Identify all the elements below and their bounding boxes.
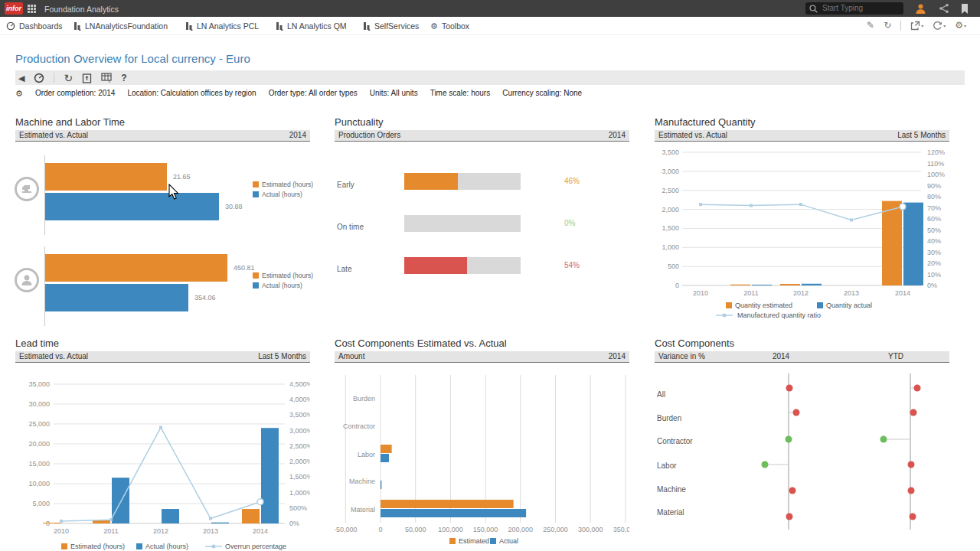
app-switcher-icon[interactable] [28,5,36,13]
line-point-2010[interactable] [60,520,63,523]
menu-item-selfservices[interactable]: SelfServices [363,17,419,35]
search-input[interactable] [822,3,899,13]
bookmark-icon[interactable] [960,3,969,15]
variance-dot-ytd-machine[interactable] [908,487,915,494]
bar-actual-2014[interactable] [903,203,923,285]
ratio-line[interactable] [61,428,260,521]
bar-actual-2014[interactable] [261,428,279,523]
variance-dot-ytd-all[interactable] [914,385,921,392]
refresh-button[interactable]: ↻ [64,73,73,83]
variance-dot-2014-burden[interactable] [793,409,800,416]
settings-menu-button[interactable]: ⚙▾ [955,20,966,31]
bar-machine-estimated[interactable] [45,163,167,191]
filter-units[interactable]: Units: All units [370,87,418,99]
chart-punctuality[interactable]: Early46%On time0%Late54% [335,142,629,329]
bar-actual-material[interactable] [381,509,526,517]
chart-cost-components-eva-svg: -50,000050,000100,000150,000200,000250,0… [335,363,629,551]
bar-actual-2012[interactable] [802,284,822,285]
search-box[interactable] [805,2,903,15]
legend-line-dot [723,314,727,318]
variance-dot-ytd-burden[interactable] [910,409,917,416]
bar-machine-actual[interactable] [45,193,219,220]
chart-manufactured-quantity[interactable]: 05001,0001,5002,0002,5003,0003,5000%10%2… [655,142,949,329]
variance-dot-2014-machine[interactable] [789,487,796,494]
axis-label: 100% [927,171,945,178]
bar-actual-machine[interactable] [381,481,381,489]
infor-logo-text: infor [6,5,21,12]
variance-dot-2014-material[interactable] [786,514,793,520]
menu-item-lnanalyticsfoundation[interactable]: LNAnalyticsFoundation [74,17,168,35]
chart-cost-components-eva[interactable]: -50,000050,000100,000150,000200,000250,0… [335,363,629,550]
axis-label: 2010 [693,289,708,297]
export-document-icon[interactable] [82,73,92,83]
variance-dot-2014-labor[interactable] [762,461,769,468]
variance-dot-ytd-material[interactable] [910,514,916,520]
filter-currency-scaling[interactable]: Currency scaling: None [502,87,582,99]
axis-label: 0 [675,282,679,289]
bar-actual-2011[interactable] [112,478,129,523]
variance-dot-ytd-contractor[interactable] [880,436,887,443]
bar-estimated-2012[interactable] [780,284,800,285]
bar-estimated-material[interactable] [381,500,514,508]
filter-time-scale[interactable]: Time scale: hours [430,87,491,99]
bar-track-late[interactable] [404,257,521,274]
filter-gear-icon[interactable]: ⚙ [15,88,23,99]
line-point-2014[interactable] [257,499,263,505]
menu-item-dashboards[interactable]: Dashboards [6,17,63,35]
filter-location[interactable]: Location: Calculation offices by region [127,87,256,99]
menu-item-toolbox[interactable]: ⚙ Toolbox [430,17,469,35]
bar-labor-actual[interactable] [45,284,188,311]
bar-actual-2011[interactable] [752,285,772,285]
bar-actual-2013[interactable] [211,523,229,523]
chart-machine-labor[interactable]: 21.6530.88Estimated (hours)Actual (hours… [15,142,310,329]
menu-item-ln-analytics-qm[interactable]: LN Analytics QM [276,17,347,35]
bar-track-early[interactable] [404,173,521,190]
menu-item-label: LN Analytics PCL [197,21,259,31]
chart-lead-time[interactable]: 05,00010,00015,00020,00025,00030,00035,0… [15,363,310,550]
help-button[interactable]: ? [121,73,126,83]
bar-actual-labor[interactable] [381,454,389,462]
bar-estimated-2010[interactable] [43,523,60,523]
caret-down-icon: ▾ [964,23,966,28]
variance-dot-ytd-labor[interactable] [908,461,915,468]
filter-order-type[interactable]: Order type: All order types [269,87,358,99]
line-point-2014[interactable] [900,204,906,210]
share-icon[interactable] [939,3,949,14]
bar-estimated-2014[interactable] [882,201,902,285]
panel-title: Cost Components [655,337,949,350]
value-label-machine-actual: 30.88 [225,203,243,210]
axis-label: 500% [289,504,307,512]
ratio-line[interactable] [701,204,903,220]
history-menu-button[interactable]: ▾ [933,21,946,31]
bar-labor-estimated[interactable] [45,254,227,282]
bar-fill-early[interactable] [404,173,458,190]
bar-estimated-labor[interactable] [381,445,392,453]
chart-cost-components-variance[interactable]: AllBurdenContractorLaborMachineMaterial [655,363,949,550]
line-point-2012[interactable] [159,426,162,429]
edit-icon[interactable]: ✎ [867,20,874,31]
bar-fill-late[interactable] [404,257,467,274]
line-point-2011[interactable] [109,518,113,521]
line-point-2013[interactable] [209,517,212,520]
line-point-2010[interactable] [699,203,702,206]
excel-export-icon[interactable]: x [101,73,112,83]
gauge-home-icon[interactable] [34,73,44,83]
line-point-2012[interactable] [799,203,802,206]
back-button[interactable]: ◀ [18,73,24,83]
bar-actual-2012[interactable] [162,509,179,523]
infor-logo[interactable]: infor [5,2,23,15]
axis-label: 4,500% [289,380,310,388]
variance-dot-2014-contractor[interactable] [786,436,792,443]
line-point-2011[interactable] [750,204,753,207]
axis-label: 2012 [793,289,808,297]
bar-track-on-time[interactable] [404,215,521,232]
export-menu-button[interactable]: ▾ [910,21,923,31]
menu-item-ln-analytics-pcl[interactable]: LN Analytics PCL [185,17,259,35]
variance-dot-2014-all[interactable] [786,385,793,392]
line-point-2013[interactable] [850,218,853,221]
filter-order-completion[interactable]: Order completion: 2014 [35,87,116,99]
refresh-icon[interactable]: ↻ [884,20,891,31]
bar-estimated-2014[interactable] [242,509,260,523]
bar-estimated-2011[interactable] [730,285,750,285]
user-icon[interactable] [915,3,926,15]
